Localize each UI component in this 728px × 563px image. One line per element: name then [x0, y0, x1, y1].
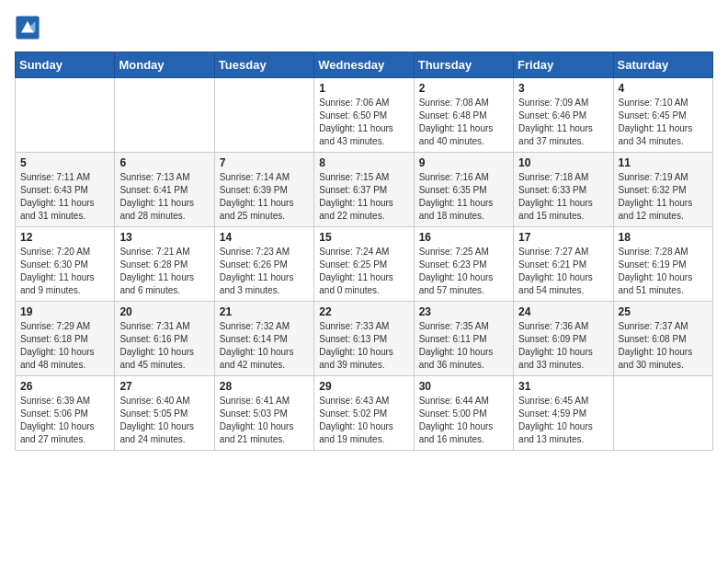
day-number: 1: [319, 82, 408, 95]
day-info: Sunrise: 7:15 AM Sunset: 6:37 PM Dayligh…: [319, 171, 408, 223]
calendar-cell: 13Sunrise: 7:21 AM Sunset: 6:28 PM Dayli…: [115, 227, 214, 302]
day-info: Sunrise: 7:37 AM Sunset: 6:08 PM Dayligh…: [619, 320, 708, 372]
logo-icon: [15, 15, 40, 40]
day-info: Sunrise: 7:32 AM Sunset: 6:14 PM Dayligh…: [220, 320, 309, 372]
day-info: Sunrise: 7:27 AM Sunset: 6:21 PM Dayligh…: [518, 246, 608, 297]
day-info: Sunrise: 7:25 AM Sunset: 6:23 PM Dayligh…: [419, 246, 508, 297]
day-info: Sunrise: 7:20 AM Sunset: 6:30 PM Dayligh…: [20, 246, 109, 297]
day-number: 9: [419, 156, 508, 169]
day-info: Sunrise: 6:41 AM Sunset: 5:03 PM Dayligh…: [220, 395, 309, 446]
calendar-cell: 29Sunrise: 6:43 AM Sunset: 5:02 PM Dayli…: [314, 376, 414, 451]
calendar-cell: 22Sunrise: 7:33 AM Sunset: 6:13 PM Dayli…: [314, 302, 414, 376]
day-number: 12: [20, 231, 109, 244]
calendar-cell: 15Sunrise: 7:24 AM Sunset: 6:25 PM Dayli…: [314, 227, 414, 302]
calendar-cell: 16Sunrise: 7:25 AM Sunset: 6:23 PM Dayli…: [414, 227, 513, 302]
weekday-header-thursday: Thursday: [414, 52, 513, 78]
day-info: Sunrise: 7:06 AM Sunset: 6:50 PM Dayligh…: [319, 97, 408, 148]
weekday-header-tuesday: Tuesday: [214, 52, 313, 78]
calendar-week-row: 12Sunrise: 7:20 AM Sunset: 6:30 PM Dayli…: [16, 227, 713, 302]
day-info: Sunrise: 7:18 AM Sunset: 6:33 PM Dayligh…: [518, 171, 608, 223]
day-number: 22: [319, 305, 408, 318]
day-info: Sunrise: 7:19 AM Sunset: 6:32 PM Dayligh…: [619, 171, 708, 223]
calendar-cell: 23Sunrise: 7:35 AM Sunset: 6:11 PM Dayli…: [414, 302, 513, 376]
day-number: 29: [319, 380, 408, 393]
day-number: 10: [518, 156, 608, 169]
day-number: 7: [220, 156, 309, 169]
day-number: 15: [319, 231, 408, 244]
day-info: Sunrise: 6:44 AM Sunset: 5:00 PM Dayligh…: [419, 395, 508, 446]
day-number: 23: [419, 305, 508, 318]
day-info: Sunrise: 7:21 AM Sunset: 6:28 PM Dayligh…: [119, 246, 209, 297]
day-info: Sunrise: 7:23 AM Sunset: 6:26 PM Dayligh…: [220, 246, 309, 297]
day-number: 26: [20, 380, 109, 393]
calendar-cell: 20Sunrise: 7:31 AM Sunset: 6:16 PM Dayli…: [115, 302, 214, 376]
calendar-cell: 25Sunrise: 7:37 AM Sunset: 6:08 PM Dayli…: [613, 302, 712, 376]
page-header: [15, 15, 713, 40]
calendar-cell: 18Sunrise: 7:28 AM Sunset: 6:19 PM Dayli…: [613, 227, 712, 302]
day-number: 6: [119, 156, 209, 169]
day-info: Sunrise: 6:45 AM Sunset: 4:59 PM Dayligh…: [518, 395, 608, 446]
day-number: 21: [220, 305, 309, 318]
day-info: Sunrise: 7:10 AM Sunset: 6:45 PM Dayligh…: [619, 97, 708, 148]
calendar-cell: 3Sunrise: 7:09 AM Sunset: 6:46 PM Daylig…: [514, 78, 613, 153]
calendar-cell: 17Sunrise: 7:27 AM Sunset: 6:21 PM Dayli…: [514, 227, 613, 302]
day-number: 4: [619, 82, 708, 95]
day-number: 31: [518, 380, 608, 393]
day-number: 3: [518, 82, 608, 95]
calendar-cell: 19Sunrise: 7:29 AM Sunset: 6:18 PM Dayli…: [16, 302, 115, 376]
calendar-cell: 7Sunrise: 7:14 AM Sunset: 6:39 PM Daylig…: [214, 153, 313, 227]
day-info: Sunrise: 7:28 AM Sunset: 6:19 PM Dayligh…: [619, 246, 708, 297]
day-number: 13: [119, 231, 209, 244]
calendar-cell: 31Sunrise: 6:45 AM Sunset: 4:59 PM Dayli…: [514, 376, 613, 451]
day-number: 25: [619, 305, 708, 318]
day-number: 5: [20, 156, 109, 169]
day-number: 28: [220, 380, 309, 393]
weekday-header-saturday: Saturday: [613, 52, 712, 78]
day-info: Sunrise: 7:35 AM Sunset: 6:11 PM Dayligh…: [419, 320, 508, 372]
day-info: Sunrise: 7:09 AM Sunset: 6:46 PM Dayligh…: [518, 97, 608, 148]
day-number: 2: [419, 82, 508, 95]
calendar-cell: [16, 78, 115, 153]
calendar-week-row: 1Sunrise: 7:06 AM Sunset: 6:50 PM Daylig…: [16, 78, 713, 153]
day-info: Sunrise: 6:43 AM Sunset: 5:02 PM Dayligh…: [319, 395, 408, 446]
calendar-cell: 27Sunrise: 6:40 AM Sunset: 5:05 PM Dayli…: [115, 376, 214, 451]
day-number: 30: [419, 380, 508, 393]
day-number: 19: [20, 305, 109, 318]
calendar-table: SundayMondayTuesdayWednesdayThursdayFrid…: [15, 52, 713, 451]
day-number: 24: [518, 305, 608, 318]
weekday-header-sunday: Sunday: [16, 52, 115, 78]
day-info: Sunrise: 6:40 AM Sunset: 5:05 PM Dayligh…: [119, 395, 209, 446]
day-info: Sunrise: 6:39 AM Sunset: 5:06 PM Dayligh…: [20, 395, 109, 446]
day-number: 11: [619, 156, 708, 169]
calendar-cell: 5Sunrise: 7:11 AM Sunset: 6:43 PM Daylig…: [16, 153, 115, 227]
weekday-header-friday: Friday: [514, 52, 613, 78]
calendar-cell: 6Sunrise: 7:13 AM Sunset: 6:41 PM Daylig…: [115, 153, 214, 227]
calendar-cell: 10Sunrise: 7:18 AM Sunset: 6:33 PM Dayli…: [514, 153, 613, 227]
calendar-cell: 9Sunrise: 7:16 AM Sunset: 6:35 PM Daylig…: [414, 153, 513, 227]
calendar-cell: 1Sunrise: 7:06 AM Sunset: 6:50 PM Daylig…: [314, 78, 414, 153]
day-number: 14: [220, 231, 309, 244]
day-number: 18: [619, 231, 708, 244]
calendar-cell: [613, 376, 712, 451]
day-info: Sunrise: 7:36 AM Sunset: 6:09 PM Dayligh…: [518, 320, 608, 372]
calendar-cell: 2Sunrise: 7:08 AM Sunset: 6:48 PM Daylig…: [414, 78, 513, 153]
calendar-cell: 11Sunrise: 7:19 AM Sunset: 6:32 PM Dayli…: [613, 153, 712, 227]
day-number: 17: [518, 231, 608, 244]
logo: [15, 15, 44, 40]
day-number: 20: [119, 305, 209, 318]
day-info: Sunrise: 7:24 AM Sunset: 6:25 PM Dayligh…: [319, 246, 408, 297]
day-info: Sunrise: 7:11 AM Sunset: 6:43 PM Dayligh…: [20, 171, 109, 223]
day-info: Sunrise: 7:14 AM Sunset: 6:39 PM Dayligh…: [220, 171, 309, 223]
calendar-cell: 12Sunrise: 7:20 AM Sunset: 6:30 PM Dayli…: [16, 227, 115, 302]
calendar-cell: 21Sunrise: 7:32 AM Sunset: 6:14 PM Dayli…: [214, 302, 313, 376]
weekday-header-monday: Monday: [115, 52, 214, 78]
day-info: Sunrise: 7:08 AM Sunset: 6:48 PM Dayligh…: [419, 97, 508, 148]
day-number: 16: [419, 231, 508, 244]
day-info: Sunrise: 7:13 AM Sunset: 6:41 PM Dayligh…: [119, 171, 209, 223]
calendar-cell: [214, 78, 313, 153]
calendar-week-row: 5Sunrise: 7:11 AM Sunset: 6:43 PM Daylig…: [16, 153, 713, 227]
calendar-cell: 26Sunrise: 6:39 AM Sunset: 5:06 PM Dayli…: [16, 376, 115, 451]
calendar-cell: [115, 78, 214, 153]
day-info: Sunrise: 7:33 AM Sunset: 6:13 PM Dayligh…: [319, 320, 408, 372]
calendar-cell: 28Sunrise: 6:41 AM Sunset: 5:03 PM Dayli…: [214, 376, 313, 451]
